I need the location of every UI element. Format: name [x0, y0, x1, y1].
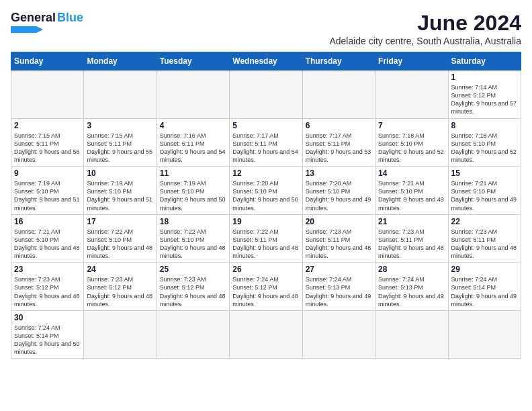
- day-30: 30 Sunrise: 7:24 AM Sunset: 5:14 PM Dayl…: [11, 310, 84, 359]
- day-20: 20 Sunrise: 7:23 AM Sunset: 5:11 PM Dayl…: [302, 214, 375, 263]
- day-27: 27 Sunrise: 7:24 AM Sunset: 5:13 PM Dayl…: [302, 263, 375, 311]
- calendar-row-6: 30 Sunrise: 7:24 AM Sunset: 5:14 PM Dayl…: [11, 310, 521, 359]
- day-4: 4 Sunrise: 7:16 AM Sunset: 5:11 PM Dayli…: [157, 118, 229, 167]
- day-23: 23 Sunrise: 7:23 AM Sunset: 5:12 PM Dayl…: [11, 263, 84, 311]
- day-9: 9 Sunrise: 7:19 AM Sunset: 5:10 PM Dayli…: [11, 167, 84, 215]
- empty-cell: [302, 71, 375, 119]
- day-22: 22 Sunrise: 7:23 AM Sunset: 5:11 PM Dayl…: [448, 214, 521, 263]
- empty-cell: [84, 310, 157, 359]
- day-16: 16 Sunrise: 7:21 AM Sunset: 5:10 PM Dayl…: [11, 214, 84, 263]
- logo: General Blue: [11, 11, 83, 33]
- day-14: 14 Sunrise: 7:21 AM Sunset: 5:10 PM Dayl…: [375, 167, 448, 215]
- day-2: 2 Sunrise: 7:15 AM Sunset: 5:11 PM Dayli…: [11, 118, 84, 167]
- empty-cell: [157, 310, 229, 359]
- header-friday: Friday: [375, 52, 448, 71]
- logo-blue: Blue: [57, 11, 83, 25]
- header-monday: Monday: [84, 52, 157, 71]
- header-thursday: Thursday: [302, 52, 375, 71]
- header-saturday: Saturday: [448, 52, 521, 71]
- empty-cell: [11, 71, 84, 119]
- calendar-table: Sunday Monday Tuesday Wednesday Thursday…: [11, 52, 521, 359]
- empty-cell: [448, 310, 521, 359]
- day-15: 15 Sunrise: 7:21 AM Sunset: 5:10 PM Dayl…: [448, 167, 521, 215]
- calendar-row-1: 1 Sunrise: 7:14 AM Sunset: 5:12 PM Dayli…: [11, 71, 521, 119]
- logo-shape-icon: [11, 26, 43, 33]
- page-header: General Blue June 2024 Adelaide city cen…: [11, 11, 521, 46]
- location-title: Adelaide city centre, South Australia, A…: [329, 36, 521, 46]
- svg-marker-0: [11, 26, 43, 33]
- empty-cell: [84, 71, 157, 119]
- weekday-header-row: Sunday Monday Tuesday Wednesday Thursday…: [11, 52, 521, 71]
- header-wednesday: Wednesday: [230, 52, 302, 71]
- day-11: 11 Sunrise: 7:19 AM Sunset: 5:10 PM Dayl…: [157, 167, 229, 215]
- day-8: 8 Sunrise: 7:18 AM Sunset: 5:10 PM Dayli…: [448, 118, 521, 167]
- day-5: 5 Sunrise: 7:17 AM Sunset: 5:11 PM Dayli…: [230, 118, 302, 167]
- day-24: 24 Sunrise: 7:23 AM Sunset: 5:12 PM Dayl…: [84, 263, 157, 311]
- empty-cell: [230, 310, 302, 359]
- day-13: 13 Sunrise: 7:20 AM Sunset: 5:10 PM Dayl…: [302, 167, 375, 215]
- day-29: 29 Sunrise: 7:24 AM Sunset: 5:14 PM Dayl…: [448, 263, 521, 311]
- calendar-row-4: 16 Sunrise: 7:21 AM Sunset: 5:10 PM Dayl…: [11, 214, 521, 263]
- day-12: 12 Sunrise: 7:20 AM Sunset: 5:10 PM Dayl…: [230, 167, 302, 215]
- day-19: 19 Sunrise: 7:22 AM Sunset: 5:11 PM Dayl…: [230, 214, 302, 263]
- day-7: 7 Sunrise: 7:18 AM Sunset: 5:10 PM Dayli…: [375, 118, 448, 167]
- empty-cell: [230, 71, 302, 119]
- day-10: 10 Sunrise: 7:19 AM Sunset: 5:10 PM Dayl…: [84, 167, 157, 215]
- day-26: 26 Sunrise: 7:24 AM Sunset: 5:12 PM Dayl…: [230, 263, 302, 311]
- day-1: 1 Sunrise: 7:14 AM Sunset: 5:12 PM Dayli…: [448, 71, 521, 119]
- calendar-row-3: 9 Sunrise: 7:19 AM Sunset: 5:10 PM Dayli…: [11, 167, 521, 215]
- empty-cell: [157, 71, 229, 119]
- empty-cell: [375, 310, 448, 359]
- day-6: 6 Sunrise: 7:17 AM Sunset: 5:11 PM Dayli…: [302, 118, 375, 167]
- calendar-row-2: 2 Sunrise: 7:15 AM Sunset: 5:11 PM Dayli…: [11, 118, 521, 167]
- header-sunday: Sunday: [11, 52, 84, 71]
- title-area: June 2024 Adelaide city centre, South Au…: [329, 11, 521, 46]
- empty-cell: [302, 310, 375, 359]
- header-tuesday: Tuesday: [157, 52, 229, 71]
- month-title: June 2024: [329, 11, 521, 36]
- day-3: 3 Sunrise: 7:15 AM Sunset: 5:11 PM Dayli…: [84, 118, 157, 167]
- day-25: 25 Sunrise: 7:23 AM Sunset: 5:12 PM Dayl…: [157, 263, 229, 311]
- day-21: 21 Sunrise: 7:23 AM Sunset: 5:11 PM Dayl…: [375, 214, 448, 263]
- day-28: 28 Sunrise: 7:24 AM Sunset: 5:13 PM Dayl…: [375, 263, 448, 311]
- day-17: 17 Sunrise: 7:22 AM Sunset: 5:10 PM Dayl…: [84, 214, 157, 263]
- logo-general: General: [11, 11, 56, 25]
- empty-cell: [375, 71, 448, 119]
- day-18: 18 Sunrise: 7:22 AM Sunset: 5:10 PM Dayl…: [157, 214, 229, 263]
- calendar-row-5: 23 Sunrise: 7:23 AM Sunset: 5:12 PM Dayl…: [11, 263, 521, 311]
